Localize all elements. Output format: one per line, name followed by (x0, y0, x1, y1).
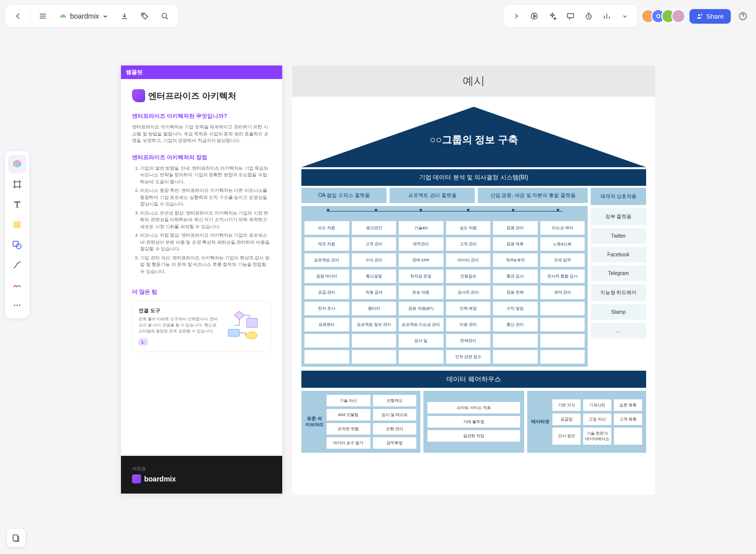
grid-cell: 공급 관리 (304, 286, 349, 299)
template-body: 엔터프라이즈 아키텍처 엔터프라이즈 아키텍처란 무엇입니까? 엔터프라이즈 아… (121, 79, 282, 362)
grid-cell: 리스크 제어 (540, 221, 585, 235)
tip-card: 연결 도구 왼쪽 툴바 아래쪽 도구에서 선택합니다. 캔버스의 셀 사이 연결… (132, 301, 271, 352)
svg-rect-13 (246, 318, 258, 327)
grid-cell: 통관 검사 (493, 269, 538, 283)
grid-cell (352, 334, 397, 348)
play-button[interactable] (526, 8, 542, 24)
datawarehouse-bar: 데이터 웨어하우스 (301, 371, 646, 388)
grid-cell: 고정 자산 (583, 413, 611, 425)
grid-cell: 인원정보 (446, 269, 491, 283)
download-button[interactable] (116, 8, 133, 24)
grid-cell: 인적 관련 접수 (446, 350, 491, 364)
svg-point-11 (19, 305, 21, 306)
text-tool[interactable] (8, 195, 26, 214)
sticky-note-tool[interactable] (8, 216, 26, 234)
template-title: 엔터프라이즈 아키텍처 (148, 90, 236, 102)
svg-point-10 (17, 305, 18, 306)
template-ribbon: 템플릿 (121, 65, 282, 79)
example-heading: 예시 (292, 65, 655, 97)
grid-cell: 전자 조사 (304, 302, 349, 315)
grid-cell: 원터치 (352, 302, 397, 315)
library-grid: 기술 자산모형제도B/M 모델링입시 및 테스트순자본 위험순환 관리데이터 송… (327, 395, 416, 449)
more-tools[interactable] (8, 296, 26, 314)
back-button[interactable] (10, 8, 26, 24)
middle-section: 스타트 서비스 적용거래 불투명일관된 작업 (423, 391, 524, 453)
example-diagram[interactable]: 예시 ○○그룹의 정보 구축 기업 데이터 분석 및 의사결정 시스템(BI) … (292, 65, 655, 494)
expand-button[interactable] (508, 8, 524, 24)
grid-cell: 통신경영 (352, 269, 397, 283)
grid-cell: 데이터 관리 (446, 253, 491, 267)
canvas[interactable]: 템플릿 엔터프라이즈 아키텍처 엔터프라이즈 아키텍처란 무엇입니까? 엔터프라… (121, 65, 655, 494)
library-section: 표준 라이브러리 기술 자산모형제도B/M 모델링입시 및 테스트순자본 위험순… (301, 391, 420, 453)
grid-cell (493, 334, 538, 348)
side-item: Stamp (591, 304, 646, 320)
grid-cell: 표준 목록 (614, 399, 642, 411)
help-button[interactable] (735, 8, 751, 24)
toolbar-left-group: boardmix (5, 5, 178, 27)
grid-cell (540, 318, 585, 331)
doc-title-dropdown[interactable]: boardmix (55, 12, 112, 20)
platform-box: OA 협업 오피스 플랫폼 (301, 188, 387, 203)
svg-point-9 (14, 305, 16, 306)
share-button[interactable]: Share (689, 9, 731, 24)
chart-button[interactable] (599, 8, 615, 24)
grid-cell: 기계사진 (583, 399, 611, 411)
grid-cell: 거래 불투명 (427, 416, 520, 428)
side-column: 체계적 상호작용 정부 플랫폼 Twitter Facebook Telegra… (591, 188, 646, 367)
svg-rect-14 (228, 329, 239, 336)
pages-button[interactable] (7, 529, 25, 547)
grid-cell: 취직장 운영 (399, 269, 444, 283)
frame-tool[interactable] (8, 175, 26, 193)
shape-tool[interactable] (8, 236, 26, 254)
side-toolbar (5, 151, 29, 318)
roof-title: ○○그룹의 정보 구축 (301, 133, 646, 147)
sparkle-button[interactable] (544, 8, 560, 24)
tip-diagram-icon (224, 307, 265, 342)
cloud-icon (59, 12, 67, 20)
grid-cell (399, 350, 444, 364)
template-card[interactable]: 템플릿 엔터프라이즈 아키텍처 엔터프라이즈 아키텍처란 무엇입니까? 엔터프라… (121, 65, 282, 494)
collaborator-avatars[interactable]: O (641, 9, 685, 23)
grid-cell: 금융 자동(BT) (399, 302, 444, 315)
connector-tool[interactable] (8, 256, 26, 274)
advantage-item: 비즈니스 유연성 향상: 엔터프라이즈 아키텍처는 기업의 시장 변화와 관련성… (140, 210, 271, 231)
dataset-grid: 기본 지식기계사진표준 목록공급망고정 자산고객 목록인사 정보기술 전문가 데… (552, 399, 642, 445)
grid-cell: 인력 배정 (446, 302, 491, 315)
share-label: Share (706, 13, 724, 20)
side-item: 지능형 하드웨어 (591, 284, 646, 301)
advantage-item: 비즈니스 통합 촉진: 엔터프라이즈 아키텍처는 다른 비즈니스를 통합하여 기… (140, 187, 271, 208)
grid-cell (540, 334, 585, 348)
grid-cell: 재무관리 (399, 237, 444, 251)
advantages-title: 엔터프라이즈 아키텍처의 장점 (132, 154, 271, 161)
doc-title: boardmix (70, 12, 99, 20)
search-button[interactable] (157, 8, 173, 24)
more-button[interactable] (617, 8, 633, 24)
grid-cell: 업무확정 (373, 437, 417, 449)
advantages-list: 기업의 발전 방향을 안내: 엔터프라이즈 아키텍처는 기업 목표와 비즈니스 … (132, 165, 271, 275)
tip-desc: 왼쪽 툴바 아래쪽 도구에서 선택합니다. 캔버스의 셀 사이 연결을 할 수 … (139, 316, 219, 334)
tag-button[interactable] (137, 8, 153, 24)
dataset-label: 데이터셋 (531, 419, 549, 425)
grid-cell: 계약 관리 (540, 286, 585, 299)
comment-button[interactable] (562, 8, 579, 24)
grid-cell: 보도 자료 (304, 221, 349, 235)
grid-cell: 입시 및 테스트 (373, 409, 417, 421)
menu-button[interactable] (35, 8, 51, 24)
pen-tool[interactable] (8, 276, 26, 294)
footer-brand: boardmix (132, 474, 271, 483)
toolbar-right: O Share (504, 5, 751, 27)
grid-cell: 통신 관리 (493, 318, 538, 331)
advantage-item: 비즈니스 위험 절감: 엔터프라이즈 아키텍처는 기업의 프로세스 UI 관련성… (140, 232, 271, 253)
platform-box: 프로젝트 관리 플랫폼 (390, 188, 475, 203)
avatar[interactable] (671, 9, 685, 23)
grid-cell: 금융 전략 (493, 286, 538, 299)
grid-cell: 고객 목록 (614, 413, 642, 425)
dataset-section: 데이터셋 기본 지식기계사진표준 목록공급망고정 자산고객 목록인사 정보기술 … (527, 391, 646, 453)
timer-button[interactable] (581, 8, 597, 24)
brand-icon (132, 474, 141, 483)
select-tool[interactable] (8, 155, 26, 173)
grid-cell: 검사직 관리 (446, 286, 491, 299)
tips-heading: 더 많은 팁 (132, 288, 271, 296)
grid-cell: 생산관간 (352, 221, 397, 235)
grid-cell: B/M 모델링 (327, 409, 370, 421)
